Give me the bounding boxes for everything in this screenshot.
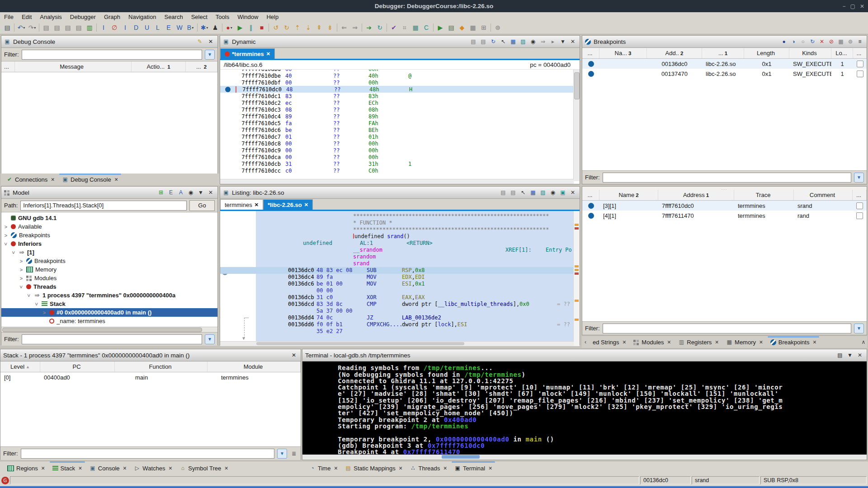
skip-over-icon[interactable]: ⇟ — [325, 23, 335, 33]
script-manager-icon[interactable]: ▤ — [446, 23, 457, 33]
instruction-operand[interactable]: , — [412, 281, 415, 287]
watchman-icon[interactable]: ♟ — [210, 23, 221, 33]
instruction-row[interactable]: 00136dd6f0 0f b1CMPXCHG....dword ptr [lo… — [256, 321, 574, 328]
step-last-icon[interactable]: ⇞ — [314, 23, 325, 33]
panel-close-icon[interactable]: ✕ — [856, 351, 864, 359]
cursor-text-icon[interactable]: I — [98, 23, 109, 33]
terminal-output[interactable]: Reading symbols from /tmp/termmines... (… — [302, 361, 867, 455]
resume-icon[interactable]: ▶ — [235, 23, 245, 33]
instruction-operand[interactable]: RSP — [402, 267, 412, 273]
column-header[interactable]: Length — [744, 48, 789, 58]
trace-tab-termmines[interactable]: *termmines ✕ — [220, 48, 275, 59]
memory-row[interactable]: 7ffff7610dc0 48 ?? 48h H — [220, 86, 580, 93]
window-grid-icon[interactable]: ⊞ — [478, 23, 489, 33]
pointer-analysis-icon[interactable]: ✱ — [199, 23, 210, 33]
instruction-operand[interactable]: ESI — [402, 281, 412, 287]
menu-item[interactable]: Select — [187, 14, 212, 20]
tree-expander[interactable]: > — [19, 258, 24, 264]
field-options-icon[interactable]: ▦ — [529, 188, 537, 197]
menu-item[interactable]: Analysis — [36, 14, 66, 20]
tree-expander[interactable]: > — [34, 301, 39, 307]
instruction-operand[interactable]: ], — [451, 321, 457, 328]
column-header[interactable]: ... — [853, 190, 867, 200]
cursor-mode-icon[interactable]: ↖ — [519, 188, 527, 197]
xref-value[interactable]: Entry Po — [546, 247, 572, 253]
diff-view-icon[interactable]: ▨ — [539, 188, 547, 197]
memory-row[interactable]: 7ffff7610dc7 01 ?? 01h — [220, 133, 580, 140]
record-target-icon[interactable]: ● — [224, 23, 235, 33]
tab-close-icon[interactable]: ✕ — [759, 339, 763, 345]
breakpoint-state-icon[interactable] — [588, 71, 594, 77]
menu-item[interactable]: Navigation — [124, 14, 160, 20]
capture-icon[interactable]: ◉ — [529, 38, 537, 46]
instruction-row[interactable]: 00 00 — [256, 287, 574, 294]
cursor-mode-icon[interactable]: ↖ — [499, 38, 507, 46]
column-header[interactable]: ... — [582, 190, 599, 200]
panel-menu-icon[interactable]: ▼ — [846, 351, 854, 359]
tab-scroll-left-icon[interactable]: ‹ — [582, 336, 589, 348]
panel-close-icon[interactable]: ✕ — [569, 38, 577, 46]
column-header[interactable]: Kinds — [789, 48, 831, 58]
tab-close-icon[interactable]: ✕ — [623, 339, 627, 345]
panel-close-icon[interactable]: ✕ — [207, 188, 215, 197]
memory-row[interactable]: 7ffff7610dbf 00 ?? 00h — [220, 79, 580, 86]
tab-close-icon[interactable]: ✕ — [78, 465, 82, 471]
filter-input[interactable] — [22, 334, 203, 344]
memory-row[interactable]: 7ffff7610dc3 08 ?? 08h — [220, 106, 580, 113]
format-l-icon[interactable]: L — [152, 23, 163, 33]
data-type-manager-icon[interactable]: ◆ — [457, 23, 467, 33]
menu-item[interactable]: Window — [233, 14, 262, 20]
format-b-icon[interactable]: B — [185, 23, 196, 33]
tree-expander[interactable]: > — [19, 276, 24, 281]
tree-expander[interactable]: > — [26, 293, 32, 298]
panel-tab[interactable]: Stack ✕ — [49, 461, 86, 475]
terminal-options-icon[interactable]: ▤ — [836, 351, 844, 359]
instruction-operand[interactable]: EDX — [402, 274, 412, 280]
menu-item[interactable]: Tools — [212, 14, 233, 20]
breakpoint-checkbox[interactable] — [857, 70, 863, 77]
dynamic-vertical-scrollbar[interactable] — [573, 70, 580, 181]
terminal-horizontal-scrollbar[interactable] — [302, 455, 867, 459]
settings-gear-icon[interactable]: ⊚ — [492, 23, 503, 33]
clear-console-icon[interactable]: ✎ — [196, 38, 204, 46]
panel-tab[interactable]: Regions ✕ — [4, 461, 49, 475]
filter-options-icon[interactable]: ▼ — [854, 324, 864, 333]
byte-columns-icon[interactable]: ▦ — [509, 38, 517, 46]
memory-byte[interactable]: 48 — [286, 86, 302, 93]
minimize-button[interactable]: − — [843, 3, 846, 9]
tree-node[interactable]: > Inferiors — [1, 239, 217, 248]
panel-tab[interactable]: ed Strings ✕ — [589, 336, 630, 348]
panel-close-icon[interactable]: ✕ — [569, 188, 577, 197]
tree-expander[interactable]: > — [42, 310, 47, 315]
table-icon[interactable]: ▦ — [410, 23, 421, 33]
column-header[interactable]: PC — [40, 361, 115, 372]
breakpoint-state-icon[interactable] — [588, 213, 594, 219]
track-pc-icon[interactable]: ▸ — [549, 38, 557, 46]
validate-icon[interactable]: ✔ — [388, 23, 399, 33]
menu-item[interactable]: Edit — [18, 14, 36, 20]
column-header[interactable]: Message — [15, 61, 132, 72]
instruction-row[interactable]: 5a 37 00 00 — [256, 308, 574, 314]
menu-item[interactable]: Search — [160, 14, 187, 20]
memory-byte[interactable]: ec — [285, 100, 301, 106]
instruction-operand[interactable]: , — [412, 294, 415, 300]
listing-vertical-scrollbar[interactable] — [573, 211, 580, 346]
menu-item[interactable]: Debugger — [66, 14, 100, 20]
tree-node[interactable]: > Threads — [1, 282, 217, 291]
maximize-button[interactable]: ▢ — [850, 3, 855, 9]
filter-input[interactable] — [22, 50, 203, 60]
format-e-icon[interactable]: E — [163, 23, 174, 33]
panel-tab[interactable]: Watches ✕ — [130, 461, 176, 475]
clear-breakpoint-icon[interactable]: ✕ — [818, 38, 826, 46]
instruction-operand[interactable]: , — [412, 274, 415, 280]
tree-node[interactable]: > [1] — [1, 248, 217, 257]
paste-icon[interactable]: ▤ — [52, 23, 62, 33]
snapshot-camera-icon[interactable]: ◉ — [187, 188, 195, 197]
tab-close-icon[interactable]: ✕ — [266, 51, 270, 57]
column-header[interactable]: Actio... 1 — [132, 61, 186, 72]
clear-format-icon[interactable]: ∅ — [109, 23, 120, 33]
instruction-operand[interactable]: EDI — [415, 274, 425, 280]
column-header[interactable]: Trace — [734, 190, 794, 200]
disable-all-breakpoints-icon[interactable]: ○ — [799, 38, 807, 46]
menu-item[interactable]: Graph — [100, 14, 124, 20]
